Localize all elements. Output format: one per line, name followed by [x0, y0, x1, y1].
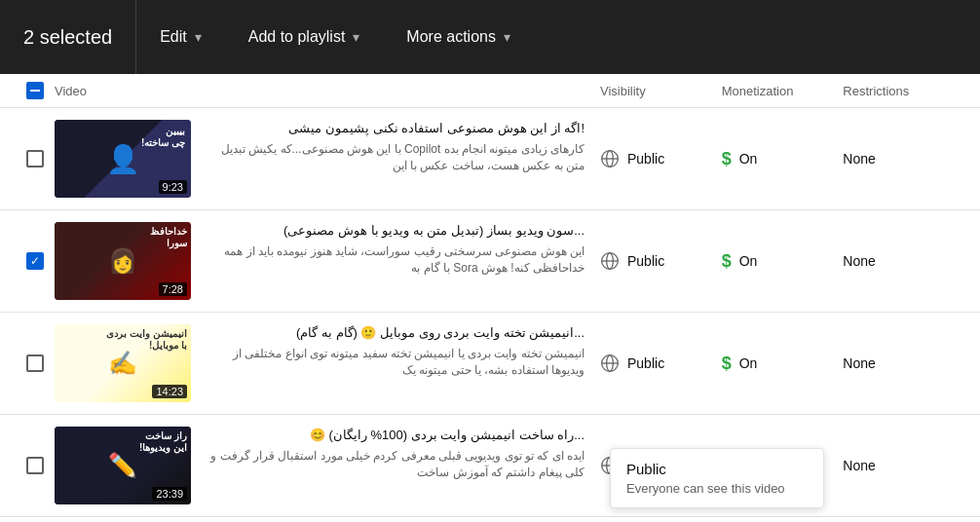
video-description: کارهای زیادی میتونه انجام بده Copilot با…: [203, 141, 584, 174]
duration-badge: 7:28: [159, 282, 187, 296]
action-bar: 2 selected Edit ▾ Add to playlist ▾ More…: [0, 0, 980, 74]
video-info: ...انیمیشن تخته وایت بردی روی موبایل 🙂 (…: [203, 324, 584, 379]
visibility-status: Public: [627, 355, 664, 371]
table-row: خداحافظسورا 👩 7:28 ...سون ویدیو بساز (تب…: [0, 210, 980, 313]
monetization-column-header: Monetization: [722, 84, 844, 98]
monetization-cell: $ On: [722, 251, 844, 272]
row-checkbox-container[interactable]: [16, 252, 55, 270]
playlist-chevron-icon: ▾: [353, 29, 359, 45]
video-column-header: Video: [55, 84, 600, 98]
restrictions-cell: None: [843, 458, 964, 473]
select-all-checkbox[interactable]: [16, 82, 55, 99]
video-thumbnail: انیمیشن وایت بردیبا موبایل! ✍️ 14:23: [55, 324, 191, 402]
video-list: بیبینچی ساخته! 👤 9:23 !اگه از این هوش مص…: [0, 108, 980, 517]
restrictions-cell: None: [843, 151, 964, 167]
visibility-cell: Public Public Everyone can see this vide…: [600, 456, 722, 475]
restrictions-status: None: [843, 253, 875, 269]
visibility-tooltip: Public Everyone can see this video: [610, 448, 824, 508]
duration-badge: 23:39: [152, 487, 187, 501]
row-checkbox[interactable]: [26, 354, 44, 372]
monetization-status: On: [739, 355, 758, 371]
row-checkbox[interactable]: [26, 150, 44, 168]
video-title: ...سون ویدیو بساز (تبدیل متن به ویدیو با…: [203, 222, 584, 240]
globe-icon: [600, 149, 620, 168]
restrictions-status: None: [843, 355, 875, 371]
video-cell: خداحافظسورا 👩 7:28 ...سون ویدیو بساز (تب…: [55, 222, 600, 300]
restrictions-cell: None: [843, 355, 964, 371]
add-to-playlist-button[interactable]: Add to playlist ▾: [225, 0, 384, 74]
restrictions-status: None: [843, 458, 875, 473]
visibility-cell: Public: [600, 354, 722, 373]
monetization-dollar-icon: $: [722, 354, 732, 374]
video-info: ...سون ویدیو بساز (تبدیل متن به ویدیو با…: [203, 222, 584, 277]
table-row: راز ساختاین ویدیوها! ✏️ 23:39 ...راه ساخ…: [0, 415, 980, 517]
video-thumbnail: بیبینچی ساخته! 👤 9:23: [55, 120, 191, 198]
duration-badge: 9:23: [159, 180, 187, 194]
video-thumbnail: خداحافظسورا 👩 7:28: [55, 222, 191, 300]
tooltip-description: Everyone can see this video: [626, 481, 808, 496]
visibility-status: Public: [627, 253, 664, 269]
visibility-cell: Public: [600, 251, 722, 271]
monetization-cell: $ On: [722, 149, 844, 169]
globe-icon: [600, 354, 620, 373]
edit-chevron-icon: ▾: [195, 29, 202, 45]
globe-icon: [600, 251, 620, 271]
duration-badge: 14:23: [152, 385, 187, 398]
row-checkbox[interactable]: [26, 457, 44, 474]
video-info: ...راه ساخت انیمیشن وایت بردی (100% رایگ…: [203, 427, 584, 481]
video-cell: بیبینچی ساخته! 👤 9:23 !اگه از این هوش مص…: [55, 120, 600, 198]
video-title: ...راه ساخت انیمیشن وایت بردی (100% رایگ…: [203, 427, 584, 444]
restrictions-cell: None: [843, 253, 964, 269]
visibility-status: Public: [627, 151, 664, 167]
visibility-cell: Public: [600, 149, 722, 168]
add-to-playlist-label: Add to playlist: [248, 28, 346, 46]
monetization-cell: $ On: [722, 354, 844, 374]
table-row: بیبینچی ساخته! 👤 9:23 !اگه از این هوش مص…: [0, 108, 980, 210]
monetization-status: On: [739, 151, 758, 167]
selected-count: 2 selected: [16, 0, 136, 74]
row-checkbox-container[interactable]: [16, 354, 55, 372]
minus-checkbox-icon[interactable]: [26, 82, 44, 99]
tooltip-public-label: Public: [626, 461, 808, 477]
restrictions-status: None: [843, 151, 875, 167]
video-description: انیمیشن تخته وایت بردی یا انیمیشن تخته س…: [203, 346, 584, 379]
monetization-dollar-icon: $: [722, 149, 732, 169]
video-cell: راز ساختاین ویدیوها! ✏️ 23:39 ...راه ساخ…: [55, 427, 600, 504]
more-actions-button[interactable]: More actions ▾: [383, 0, 534, 74]
more-actions-chevron-icon: ▾: [504, 29, 510, 45]
edit-label: Edit: [160, 28, 187, 46]
video-title: ...انیمیشن تخته وایت بردی روی موبایل 🙂 (…: [203, 324, 584, 342]
video-description: ایده ای که تو توی ویدیویی قبلی معرفی کرد…: [203, 448, 584, 481]
monetization-status: On: [739, 253, 758, 269]
row-checkbox-container[interactable]: [16, 457, 55, 474]
video-info: !اگه از این هوش مصنوعی استفاده نکنی پشیم…: [203, 120, 584, 174]
video-description: این هوش مصنوعی سرسختی رقیب سوراست، شاید …: [203, 243, 584, 277]
edit-button[interactable]: Edit ▾: [136, 0, 225, 74]
video-cell: انیمیشن وایت بردیبا موبایل! ✍️ 14:23 ...…: [55, 324, 600, 402]
monetization-dollar-icon: $: [722, 251, 732, 272]
video-thumbnail: راز ساختاین ویدیوها! ✏️ 23:39: [55, 427, 191, 504]
video-title: !اگه از این هوش مصنوعی استفاده نکنی پشیم…: [203, 120, 584, 137]
row-checkbox-container[interactable]: [16, 150, 55, 168]
restrictions-column-header: Restrictions: [843, 84, 964, 98]
visibility-column-header: Visibility: [600, 84, 722, 98]
row-checkbox[interactable]: [26, 252, 44, 270]
table-header: Video Visibility Monetization Restrictio…: [0, 74, 980, 108]
more-actions-label: More actions: [406, 28, 496, 46]
table-row: انیمیشن وایت بردیبا موبایل! ✍️ 14:23 ...…: [0, 313, 980, 415]
